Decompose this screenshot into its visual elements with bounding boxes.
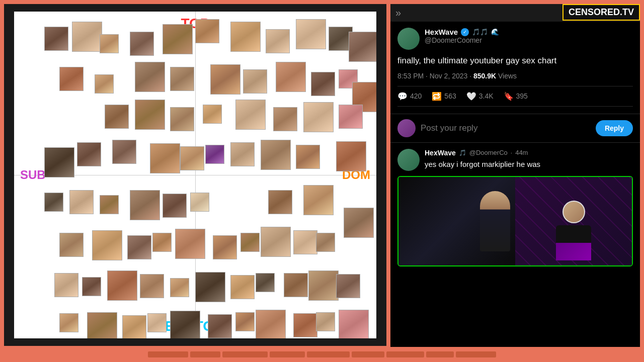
thumb-right: [515, 177, 632, 265]
thumb-left: [398, 177, 515, 265]
wave-emoji: 🌊: [491, 28, 499, 36]
face-78: [293, 313, 317, 337]
face-53: [213, 235, 237, 259]
bar-segment-8: [426, 351, 454, 357]
face-74: [170, 311, 200, 338]
face-59: [54, 273, 78, 297]
tweet-handle[interactable]: @DoomerCoomer: [425, 36, 633, 44]
tweet-username[interactable]: HexWave: [425, 28, 458, 36]
face-1: [44, 27, 68, 51]
comment-icon: 💬: [397, 92, 408, 101]
face-27: [273, 107, 297, 131]
comment-avatar: [397, 149, 420, 171]
face-51: [152, 233, 172, 252]
chart-label-sub: SUB: [20, 168, 46, 182]
verified-badge: ✓: [461, 28, 469, 36]
comment-header: HexWave 🎵 @DoomerCo · 44m yes okay i for…: [397, 149, 633, 171]
face-40: [44, 193, 63, 212]
face-2: [72, 22, 102, 52]
face-76: [235, 312, 255, 331]
reply-input[interactable]: [421, 123, 591, 133]
face-23: [135, 100, 165, 130]
face-7: [230, 22, 261, 52]
music-emoji: 🎵🎵: [472, 28, 488, 36]
bar-segment-2: [190, 351, 220, 357]
like-icon: 🤍: [466, 92, 476, 101]
face-28: [303, 102, 334, 132]
face-58: [344, 208, 374, 238]
tweet-meta: 8:53 PM · Nov 2, 2023 · 850.9K Views: [397, 72, 633, 80]
right-panel: » HexWave ✓ 🎵🎵 🌊 @DoomerCoomer fi: [390, 4, 640, 347]
face-37: [261, 140, 291, 170]
face-14: [135, 62, 165, 92]
face-52: [175, 229, 205, 259]
comment-dot: ·: [511, 149, 512, 156]
reply-avatar: [397, 119, 416, 137]
retweet-count: 563: [444, 92, 456, 100]
face-57: [316, 233, 335, 252]
video-panel: TOP BOTTOM SUB DOM: [4, 4, 386, 346]
face-67: [284, 273, 308, 297]
comment-stat[interactable]: 💬 420: [397, 92, 422, 101]
face-34: [180, 146, 204, 170]
bookmark-stat[interactable]: 🔖 395: [504, 92, 528, 101]
comment-section: HexWave 🎵 @DoomerCo · 44m yes okay i for…: [390, 143, 640, 347]
comment-count: 420: [410, 92, 422, 100]
tweet-text: finally, the ultimate youtuber gay sex c…: [397, 55, 633, 67]
face-46: [268, 190, 292, 214]
retweet-stat[interactable]: 🔁 563: [432, 92, 456, 101]
face-32: [112, 140, 136, 164]
face-77: [256, 310, 286, 338]
face-39: [336, 141, 366, 171]
like-count: 3.4K: [479, 92, 494, 100]
face-55: [261, 227, 291, 257]
face-71: [87, 312, 117, 338]
face-79: [316, 312, 335, 331]
reply-button[interactable]: Reply: [596, 120, 633, 136]
face-35: [205, 145, 224, 164]
comment-user-row: HexWave 🎵 @DoomerCo · 44m: [425, 149, 633, 157]
bar-segment-7: [386, 351, 424, 357]
face-49: [92, 230, 122, 260]
face-17: [243, 69, 267, 94]
face-68: [308, 270, 339, 301]
censored-logo: CENSORED.TV: [562, 4, 640, 21]
face-43: [130, 190, 160, 220]
face-19: [311, 72, 335, 96]
face-5: [163, 24, 193, 54]
face-48: [59, 233, 84, 257]
tweet-views-label: Views: [498, 72, 517, 80]
face-12: [59, 67, 84, 91]
face-62: [140, 274, 164, 298]
chart-container: TOP BOTTOM SUB DOM: [14, 12, 376, 338]
expand-arrows[interactable]: »: [395, 7, 401, 19]
tweet-timestamp: 8:53 PM · Nov 2, 2023 ·: [397, 72, 473, 80]
face-65: [230, 275, 255, 299]
face-33: [150, 143, 180, 173]
face-80: [339, 310, 369, 338]
face-11: [349, 32, 376, 62]
tweet-stats: 💬 420 🔁 563 🤍 3.4K 🔖 395: [397, 86, 633, 107]
face-25: [203, 105, 222, 124]
face-63: [170, 278, 189, 297]
avatar-image: [397, 28, 420, 50]
bar-segment-3: [222, 351, 268, 357]
face-18: [276, 62, 306, 92]
tweet-section: HexWave ✓ 🎵🎵 🌊 @DoomerCoomer finally, th…: [390, 22, 640, 114]
comment-avatar-image: [397, 149, 420, 171]
bar-segment-9: [456, 351, 496, 357]
bookmark-icon: 🔖: [504, 92, 514, 101]
face-47: [303, 185, 334, 215]
face-66: [256, 273, 275, 292]
face-4: [130, 32, 154, 56]
face-60: [82, 277, 101, 296]
face-50: [127, 235, 151, 259]
tweet-views-count: 850.9K: [473, 72, 496, 80]
comment-user-info: HexWave 🎵 @DoomerCo · 44m yes okay i for…: [425, 149, 633, 169]
video-thumbnail[interactable]: [397, 176, 633, 266]
face-13: [95, 74, 114, 94]
face-70: [59, 313, 78, 332]
face-26: [235, 100, 266, 130]
face-45: [190, 193, 209, 212]
like-stat[interactable]: 🤍 3.4K: [466, 92, 494, 101]
